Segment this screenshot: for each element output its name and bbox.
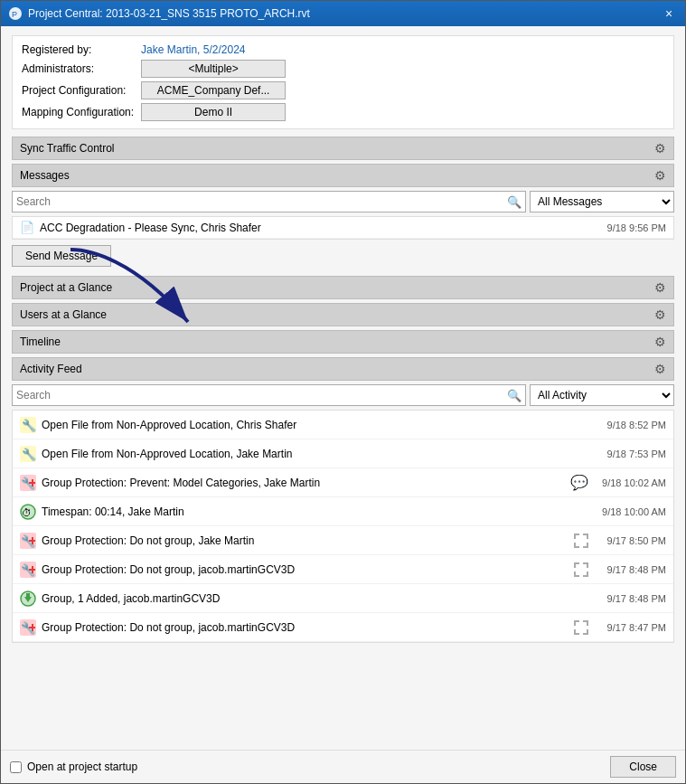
send-message-button[interactable]: Send Message bbox=[12, 245, 111, 267]
messages-search-row: 🔍 All Messages Unread Sent bbox=[12, 191, 674, 213]
project-at-glance-label: Project at a Glance bbox=[20, 281, 112, 294]
message-item[interactable]: 📄 ACC Degradation - Please Sync, Chris S… bbox=[13, 217, 673, 239]
title-bar: P Project Central: 2013-03-21_SNS 3515 P… bbox=[1, 1, 685, 26]
svg-rect-27 bbox=[32, 624, 33, 631]
svg-text:⏱: ⏱ bbox=[22, 507, 32, 518]
administrators-label: Administrators: bbox=[22, 60, 134, 78]
messages-label: Messages bbox=[20, 169, 70, 182]
comment-badge: 💬 bbox=[570, 474, 588, 491]
activity-item-text-7: Group Protection: Do not group, jacob.ma… bbox=[42, 621, 569, 634]
messages-search-input[interactable] bbox=[16, 195, 507, 208]
activity-item-text-5: Group Protection: Do not group, jacob.ma… bbox=[42, 563, 569, 576]
activity-item[interactable]: 🔧 Open File from Non-Approved Location, … bbox=[13, 411, 673, 439]
activity-scroll-wrapper: 🔧 Open File from Non-Approved Location, … bbox=[12, 410, 674, 643]
svg-rect-16 bbox=[32, 537, 33, 544]
activity-item-meta-6: 9/17 8:48 PM bbox=[594, 593, 666, 604]
project-at-glance-header[interactable]: Project at a Glance ⚙ bbox=[12, 276, 674, 299]
project-config-button[interactable]: ACME_Company Def... bbox=[141, 81, 286, 99]
sync-traffic-label: Sync Traffic Control bbox=[20, 142, 114, 155]
footer: Open at project startup Close bbox=[1, 750, 685, 783]
users-at-glance-toggle-icon: ⚙ bbox=[654, 307, 666, 322]
main-window: P Project Central: 2013-03-21_SNS 3515 P… bbox=[0, 0, 686, 784]
activity-item-time-6: 9/17 8:48 PM bbox=[594, 593, 666, 604]
activity-feed-label: Activity Feed bbox=[20, 363, 82, 375]
activity-item-text-4: Group Protection: Do not group, Jake Mar… bbox=[42, 534, 569, 547]
sync-traffic-header[interactable]: Sync Traffic Control ⚙ bbox=[12, 137, 674, 160]
close-button[interactable]: × bbox=[660, 5, 678, 23]
send-message-area: Send Message bbox=[12, 245, 674, 270]
activity-item[interactable]: 🔧 Group Protection: Do not group, jacob.… bbox=[13, 613, 673, 642]
activity-item-icon-1: 🔧 bbox=[20, 446, 36, 462]
activity-item-icon-0: 🔧 bbox=[20, 417, 36, 433]
activity-filter-dropdown[interactable]: All Activity My Activity Warnings bbox=[530, 384, 674, 406]
mapping-config-label: Mapping Configuration: bbox=[22, 103, 134, 121]
window-title: Project Central: 2013-03-21_SNS 3515 PRO… bbox=[28, 7, 660, 20]
messages-list: 📄 ACC Degradation - Please Sync, Chris S… bbox=[12, 216, 674, 240]
activity-item[interactable]: 🔧 Group Protection: Do not group, jacob.… bbox=[13, 555, 673, 584]
project-at-glance-toggle-icon: ⚙ bbox=[654, 280, 666, 295]
registered-by-value: Jake Martin, 5/2/2024 bbox=[141, 43, 664, 56]
project-config-value: ACME_Company Def... bbox=[141, 81, 664, 99]
startup-checkbox[interactable] bbox=[10, 761, 22, 773]
activity-list: 🔧 Open File from Non-Approved Location, … bbox=[12, 410, 674, 643]
messages-header[interactable]: Messages ⚙ bbox=[12, 164, 674, 187]
timeline-label: Timeline bbox=[20, 335, 61, 348]
activity-item-meta-5: 9/17 8:48 PM bbox=[574, 562, 666, 577]
activity-search-box[interactable]: 🔍 bbox=[12, 384, 526, 406]
activity-item[interactable]: 🔧 Group Protection: Do not group, Jake M… bbox=[13, 526, 673, 555]
activity-item-meta-4: 9/17 8:50 PM bbox=[574, 534, 666, 548]
messages-filter-dropdown[interactable]: All Messages Unread Sent bbox=[530, 191, 674, 213]
users-at-glance-label: Users at a Glance bbox=[20, 308, 107, 321]
app-icon: P bbox=[8, 6, 23, 21]
activity-feed-toggle-icon: ⚙ bbox=[654, 362, 666, 376]
activity-search-icon: 🔍 bbox=[507, 389, 522, 402]
activity-item-time-3: 9/18 10:00 AM bbox=[594, 506, 666, 517]
activity-item-icon-7: 🔧 bbox=[20, 619, 36, 636]
timeline-header[interactable]: Timeline ⚙ bbox=[12, 330, 674, 354]
sections-area: Sync Traffic Control ⚙ Messages ⚙ 🔍 All … bbox=[12, 137, 674, 643]
activity-item-time-5: 9/17 8:48 PM bbox=[594, 564, 666, 575]
activity-item-text-1: Open File from Non-Approved Location, Ja… bbox=[42, 448, 588, 460]
activity-item-time-1: 9/18 7:53 PM bbox=[594, 449, 666, 459]
svg-rect-20 bbox=[32, 566, 33, 573]
activity-feed-header[interactable]: Activity Feed ⚙ bbox=[12, 357, 674, 381]
activity-item-time-2: 9/18 10:02 AM bbox=[594, 477, 666, 488]
activity-item[interactable]: Group, 1 Added, jacob.martinGCV3D 9/17 8… bbox=[13, 584, 673, 613]
activity-item-text-0: Open File from Non-Approved Location, Ch… bbox=[42, 419, 588, 431]
messages-toggle-icon: ⚙ bbox=[654, 168, 666, 183]
messages-search-box[interactable]: 🔍 bbox=[12, 191, 526, 213]
activity-item[interactable]: ⏱ Timespan: 00:14, Jake Martin 9/18 10:0… bbox=[13, 497, 673, 526]
message-text: ACC Degradation - Please Sync, Chris Sha… bbox=[40, 222, 602, 234]
administrators-value: <Multiple> bbox=[141, 60, 664, 78]
activity-item-time-0: 9/18 8:52 PM bbox=[594, 420, 666, 430]
activity-item-icon-4: 🔧 bbox=[20, 533, 36, 549]
activity-item-text-2: Group Protection: Prevent: Model Categor… bbox=[42, 477, 565, 489]
activity-item-meta-2: 💬 9/18 10:02 AM bbox=[570, 474, 666, 491]
close-button[interactable]: Close bbox=[610, 756, 676, 778]
activity-item-meta-3: 9/18 10:00 AM bbox=[594, 506, 666, 517]
activity-item-icon-5: 🔧 bbox=[20, 562, 36, 578]
svg-rect-23 bbox=[26, 593, 30, 598]
activity-item[interactable]: 🔧 Open File from Non-Approved Location, … bbox=[13, 439, 673, 468]
selection-badge bbox=[574, 534, 588, 548]
sync-traffic-toggle-icon: ⚙ bbox=[654, 141, 666, 156]
activity-item-time-7: 9/17 8:47 PM bbox=[594, 622, 666, 633]
svg-rect-10 bbox=[32, 479, 33, 486]
activity-search-input[interactable] bbox=[16, 389, 507, 401]
activity-item-icon-6 bbox=[20, 590, 36, 607]
activity-item[interactable]: 🔧 Group Protection: Prevent: Model Categ… bbox=[13, 468, 673, 497]
mapping-config-button[interactable]: Demo II bbox=[141, 103, 286, 121]
activity-item-icon-3: ⏱ bbox=[20, 504, 36, 520]
activity-item-meta-1: 9/18 7:53 PM bbox=[594, 449, 666, 459]
activity-search-row: 🔍 All Activity My Activity Warnings bbox=[12, 384, 674, 406]
users-at-glance-header[interactable]: Users at a Glance ⚙ bbox=[12, 303, 674, 326]
content-area: Registered by: Jake Martin, 5/2/2024 Adm… bbox=[1, 26, 685, 750]
activity-item-text-6: Group, 1 Added, jacob.martinGCV3D bbox=[42, 592, 588, 605]
project-config-label: Project Configuration: bbox=[22, 81, 134, 99]
message-time: 9/18 9:56 PM bbox=[607, 222, 666, 233]
activity-item-text-3: Timespan: 00:14, Jake Martin bbox=[42, 505, 588, 518]
activity-item-meta-0: 9/18 8:52 PM bbox=[594, 420, 666, 430]
mapping-config-value: Demo II bbox=[141, 103, 664, 121]
messages-search-icon: 🔍 bbox=[507, 195, 522, 209]
administrators-button[interactable]: <Multiple> bbox=[141, 60, 286, 78]
